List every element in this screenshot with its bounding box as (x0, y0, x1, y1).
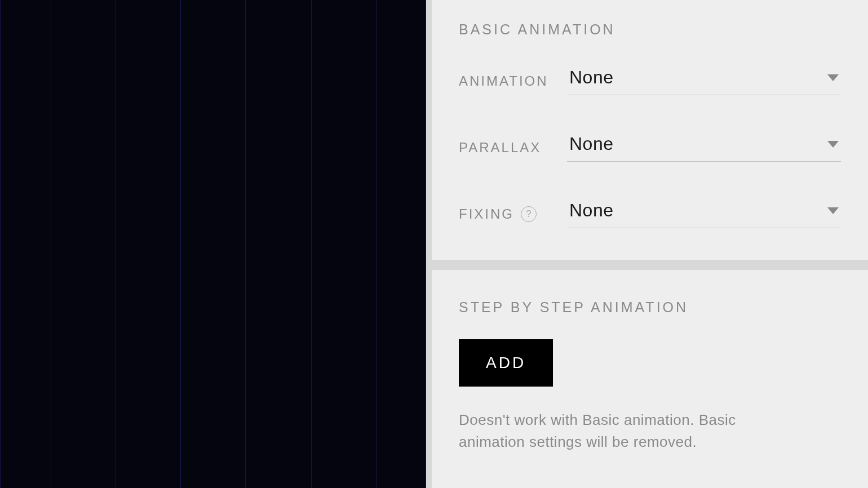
chevron-down-icon (827, 141, 839, 148)
basic-animation-section: BASIC ANIMATION ANIMATION None PARALLAX … (432, 0, 868, 260)
properties-panel: BASIC ANIMATION ANIMATION None PARALLAX … (426, 0, 868, 488)
fixing-field-row: FIXING ? None (459, 200, 841, 228)
fixing-value: None (569, 200, 614, 221)
add-button[interactable]: ADD (459, 339, 553, 387)
fixing-label: FIXING ? (459, 206, 567, 222)
animation-value: None (569, 67, 614, 88)
step-animation-section: STEP BY STEP ANIMATION ADD Doesn't work … (432, 270, 868, 488)
animation-field-row: ANIMATION None (459, 67, 841, 95)
grid-line (180, 0, 181, 488)
chevron-down-icon (827, 74, 839, 81)
parallax-label: PARALLAX (459, 140, 567, 156)
parallax-field-row: PARALLAX None (459, 134, 841, 162)
step-animation-title: STEP BY STEP ANIMATION (459, 299, 841, 316)
grid-line (51, 0, 51, 488)
help-icon[interactable]: ? (521, 206, 537, 222)
grid-line (376, 0, 377, 488)
grid-line (311, 0, 312, 488)
grid-line (245, 0, 246, 488)
parallax-value: None (569, 134, 614, 154)
fixing-label-text: FIXING (459, 206, 514, 222)
animation-select[interactable]: None (567, 67, 841, 95)
basic-animation-title: BASIC ANIMATION (459, 21, 841, 38)
chevron-down-icon (827, 207, 839, 214)
grid-line (116, 0, 116, 488)
parallax-select[interactable]: None (567, 134, 841, 162)
canvas-area[interactable] (0, 0, 426, 488)
grid-line (0, 0, 1, 488)
step-animation-note: Doesn't work with Basic animation. Basic… (459, 409, 752, 453)
animation-label: ANIMATION (459, 73, 567, 89)
fixing-select[interactable]: None (567, 200, 841, 228)
